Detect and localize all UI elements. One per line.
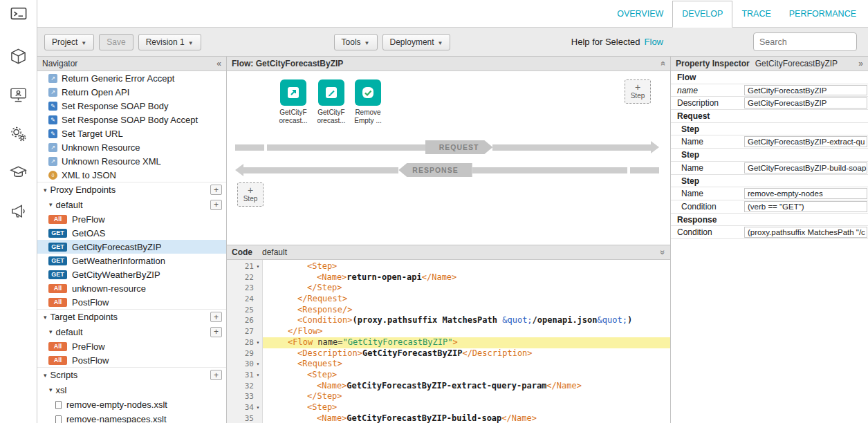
line-number: 34 — [245, 402, 254, 413]
xml-to-json-icon: {} — [48, 171, 57, 180]
package-icon[interactable] — [10, 48, 27, 67]
flow-item[interactable]: AllPostFlow — [37, 295, 226, 309]
code-line[interactable]: <Request> — [263, 359, 670, 370]
center-column: Flow: GetCityForecastByZIP » + Step REQU… — [227, 57, 671, 423]
chevron-down-icon[interactable]: ▾ — [44, 187, 47, 194]
flow-item[interactable]: AllPostFlow — [37, 353, 226, 367]
code-line[interactable]: <Step> — [263, 402, 670, 413]
policy-label: Set Response SOAP Body Accept — [62, 115, 198, 125]
policy-item[interactable]: ↗Return Open API — [37, 85, 226, 99]
project-menu-button[interactable]: Project▼ — [44, 34, 94, 50]
line-number: 27 — [245, 326, 254, 337]
code-editor[interactable]: 21▾22232425262728▾2930▾31▾323334▾35 <Ste… — [227, 260, 670, 423]
fold-spacer — [254, 305, 262, 316]
flow-item[interactable]: Allunknown-resource — [37, 281, 226, 295]
flow-step[interactable]: RemoveEmpty ... — [350, 79, 386, 125]
chevron-down-icon[interactable]: ▾ — [44, 314, 47, 321]
fold-icon[interactable]: ▾ — [254, 402, 262, 413]
announcement-megaphone-icon[interactable] — [10, 203, 27, 222]
policy-item[interactable]: ✎Set Target URL — [37, 126, 226, 140]
tools-menu-button[interactable]: Tools▼ — [334, 34, 378, 50]
inspector-row-value[interactable]: GetCityForecastByZIP-extract-qu — [744, 136, 867, 147]
code-line[interactable]: </Step> — [263, 283, 670, 294]
code-lines[interactable]: <Step><Name>return-open-api</Name></Step… — [263, 260, 670, 423]
flow-step[interactable]: GetCityForecast... — [275, 79, 311, 125]
code-panel-subtitle[interactable]: default — [262, 247, 287, 257]
help-flow-link[interactable]: Flow — [645, 37, 663, 47]
inspector-row-value[interactable]: (proxy.pathsuffix MatchesPath "/c — [744, 227, 867, 238]
policy-item[interactable]: ✎Set Response SOAP Body Accept — [37, 113, 226, 126]
fold-icon[interactable]: ▾ — [254, 337, 262, 348]
collapse-right-icon[interactable]: » — [858, 59, 863, 68]
response-lane-segment — [243, 167, 398, 173]
search-input[interactable] — [753, 32, 857, 51]
chevron-down-icon[interactable]: ▾ — [49, 201, 53, 208]
fold-icon[interactable]: ▾ — [254, 370, 262, 381]
inspector-row-value[interactable]: GetCityForecastByZIP-build-soap — [744, 162, 867, 173]
inspector-row-value[interactable]: remove-empty-nodes — [744, 188, 867, 199]
inspector-row-value[interactable]: GetCityForecastByZIP — [744, 85, 867, 96]
flow-item[interactable]: GETGetOAS — [37, 226, 226, 240]
training-icon[interactable] — [10, 86, 27, 106]
code-line[interactable]: <Name>GetCityForecastByZIP-build-soap</N… — [263, 413, 670, 423]
flow-item[interactable]: GETGetCityForecastByZIP — [37, 240, 226, 254]
flow-item[interactable]: GETGetCityWeatherByZIP — [37, 267, 226, 281]
policy-item[interactable]: ✎Set Response SOAP Body — [37, 99, 226, 113]
inspector-row-label: Condition — [671, 200, 744, 213]
policy-item[interactable]: ↗Return Generic Error Accept — [37, 71, 226, 85]
deployment-menu-button[interactable]: Deployment▼ — [382, 34, 451, 50]
policy-item[interactable]: ↗Unknown Resource XML — [37, 154, 226, 168]
flow-item[interactable]: AllPreFlow — [37, 212, 226, 226]
collapse-down-icon[interactable]: » — [658, 250, 668, 255]
flow-item[interactable]: GETGetWeatherInformation — [37, 254, 226, 267]
learning-graduation-icon[interactable] — [10, 164, 27, 183]
terminal-icon[interactable] — [10, 6, 27, 24]
add-step-button-bottom[interactable]: + Step — [237, 182, 264, 207]
code-line[interactable]: <Condition>(proxy.pathsuffix MatchesPath… — [263, 315, 670, 326]
fold-icon[interactable]: ▾ — [254, 261, 262, 272]
add-flow-button[interactable]: + — [210, 200, 222, 210]
policy-item[interactable]: ↗Unknown Resource — [37, 140, 226, 154]
code-line[interactable]: <Response/> — [263, 305, 670, 316]
add-target-endpoint-button[interactable]: + — [210, 312, 222, 322]
fold-icon[interactable]: ▾ — [254, 359, 262, 370]
code-line[interactable]: <Description>GetCityForecastByZIP</Descr… — [263, 348, 670, 359]
collapse-left-icon[interactable]: « — [216, 59, 221, 68]
code-line[interactable]: </Request> — [263, 294, 670, 305]
inspector-row-value[interactable]: (verb == "GET") — [744, 201, 867, 212]
line-number: 23 — [245, 283, 254, 294]
add-proxy-endpoint-button[interactable]: + — [210, 185, 222, 195]
gutter-line: 26 — [227, 315, 262, 326]
code-line[interactable]: <Name>return-open-api</Name> — [263, 272, 670, 283]
gutter-line: 25 — [227, 305, 262, 316]
add-script-button[interactable]: + — [210, 370, 222, 380]
policy-item[interactable]: {}XML to JSON — [37, 168, 226, 182]
code-line[interactable]: <Step> — [263, 370, 670, 381]
script-file-item[interactable]: remove-empty-nodes.xslt — [37, 397, 226, 412]
code-line[interactable]: </Step> — [263, 391, 670, 402]
chevron-down-icon[interactable]: ▾ — [49, 386, 53, 393]
code-line[interactable]: <Flow name="GetCityForecastByZIP"> — [263, 337, 670, 348]
flow-item[interactable]: AllPreFlow — [37, 339, 226, 353]
inspector-row-label: Step — [671, 123, 868, 135]
tab-overview[interactable]: OVERVIEW — [608, 1, 672, 27]
script-file-item[interactable]: remove-namespaces.xslt — [37, 412, 226, 423]
step-label: GetCityForecast... — [275, 109, 311, 125]
add-flow-button[interactable]: + — [210, 327, 222, 337]
inspector-row-value[interactable]: GetCityForecastByZIP — [744, 97, 867, 109]
collapse-up-icon[interactable]: » — [658, 62, 668, 66]
code-line[interactable]: </Flow> — [263, 326, 670, 337]
code-line[interactable]: <Name>GetCityForecastByZIP-extract-query… — [263, 381, 670, 392]
add-step-button-top[interactable]: + Step — [625, 79, 651, 104]
code-line[interactable]: <Step> — [263, 261, 670, 272]
flow-canvas: + Step REQUEST R — [227, 71, 670, 245]
chevron-down-icon[interactable]: ▾ — [44, 372, 47, 379]
tab-trace[interactable]: TRACE — [732, 1, 779, 27]
chevron-down-icon[interactable]: ▾ — [49, 328, 53, 335]
revision-menu-button[interactable]: Revision 1▼ — [138, 34, 201, 50]
services-gears-icon[interactable] — [10, 125, 27, 144]
flow-step[interactable]: GetCityForecast... — [313, 79, 349, 125]
tab-performance[interactable]: PERFORMANCE — [780, 1, 865, 27]
save-button[interactable]: Save — [99, 34, 133, 50]
tab-develop[interactable]: DEVELOP — [672, 1, 732, 28]
